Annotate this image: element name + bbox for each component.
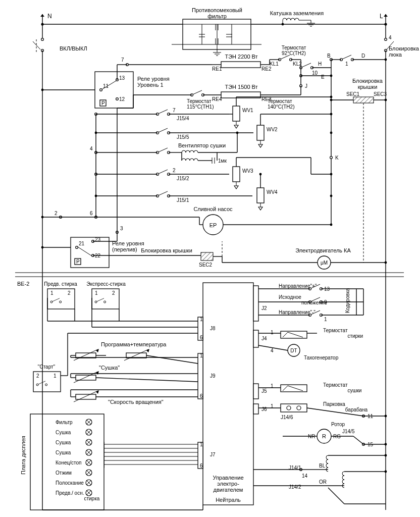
svg-text:Нейтраль: Нейтраль (216, 497, 241, 503)
svg-text:6: 6 (90, 211, 93, 216)
be2-label: BE-2 (17, 281, 29, 287)
emi-filter-label: Противопомеховыйфильтр (192, 7, 242, 19)
svg-text:J4: J4 (261, 336, 267, 341)
svg-rect-300 (281, 404, 307, 412)
svg-text:4: 4 (271, 348, 274, 353)
svg-text:J5: J5 (261, 388, 267, 394)
lidlock2-label: Блокировка крышки (141, 247, 192, 253)
svg-text:1: 1 (345, 61, 348, 67)
svg-rect-279 (253, 330, 258, 347)
svg-text:7: 7 (173, 108, 176, 113)
svg-text:4: 4 (389, 35, 392, 40)
svg-text:1: 1 (50, 290, 54, 296)
therm92-label: Термостат92°C(TH2) (282, 45, 306, 56)
svg-text:Тахогенератор: Тахогенератор (304, 355, 339, 360)
svg-point-322 (385, 443, 387, 446)
svg-text:4: 4 (90, 146, 93, 151)
svg-text:1: 1 (95, 290, 98, 296)
svg-text:WV2: WV2 (267, 127, 278, 132)
svg-text:"Скорость вращения": "Скорость вращения" (108, 399, 164, 405)
svg-text:J14/6: J14/6 (281, 415, 293, 420)
svg-point-159 (41, 216, 44, 219)
svg-text:2: 2 (173, 168, 176, 173)
lidlock-label: Блокировкакрышки (352, 78, 383, 90)
svg-point-92 (41, 89, 44, 91)
svg-rect-294 (281, 385, 307, 392)
svg-text:J15/2: J15/2 (177, 176, 189, 181)
svg-text:Термостатсушки: Термостатсушки (323, 382, 361, 393)
svg-text:Направление"-": Направление"-" (279, 309, 316, 315)
svg-text:SEC1: SEC1 (346, 91, 360, 97)
label-l: L (380, 13, 383, 20)
separator-contacts (15, 273, 404, 277)
svg-text:P: P (76, 259, 80, 265)
svg-text:1: 1 (54, 373, 57, 379)
svg-rect-282 (281, 331, 307, 338)
lvlrelay2-label: Реле уровня(перелив) (112, 240, 144, 252)
svg-point-57 (330, 195, 333, 197)
svg-line-237 (96, 378, 198, 382)
svg-text:1: 1 (271, 330, 274, 335)
svg-line-338 (328, 488, 344, 504)
svg-text:Конец/стоп: Конец/стоп (56, 460, 81, 466)
svg-point-165 (76, 246, 78, 249)
svg-text:SEC3: SEC3 (374, 91, 387, 97)
svg-text:OR: OR (319, 479, 327, 485)
svg-text:3: 3 (120, 226, 123, 231)
svg-text:RE4: RE4 (212, 96, 222, 102)
svg-text:H: H (318, 61, 322, 67)
svg-text:2: 2 (55, 211, 58, 216)
svg-line-233 (146, 355, 198, 364)
svg-text:14: 14 (302, 473, 308, 479)
svg-text:BL: BL (319, 463, 326, 469)
svg-text:1: 1 (200, 442, 203, 447)
svg-text:J9: J9 (210, 373, 216, 379)
svg-text:J15/5: J15/5 (177, 134, 189, 140)
svg-point-331 (385, 454, 387, 457)
svg-text:P: P (101, 100, 105, 106)
svg-text:E: E (321, 74, 325, 80)
therm140-label: Термостат140°C(TH2) (268, 98, 294, 110)
svg-text:Полоскание: Полоскание (56, 480, 84, 486)
svg-text:RE2: RE2 (261, 66, 272, 72)
svg-text:2: 2 (68, 290, 71, 296)
svg-text:6: 6 (200, 463, 203, 469)
lvlrelay1-label: Реле уровняУровень 1 (137, 76, 170, 88)
svg-text:2: 2 (36, 373, 39, 379)
svg-text:KL2: KL2 (293, 61, 302, 67)
svg-text:12: 12 (119, 96, 125, 102)
svg-rect-263 (253, 286, 258, 321)
svg-text:1: 1 (324, 317, 327, 322)
motor-ctrl-label: Управлениеэлектро-двигателем (213, 475, 243, 493)
svg-text:Ротор: Ротор (331, 422, 345, 427)
svg-rect-297 (253, 404, 258, 414)
svg-text:B: B (327, 53, 331, 59)
svg-text:J8: J8 (210, 326, 216, 331)
svg-text:Парковкабарабана: Парковкабарабана (323, 401, 368, 412)
svg-text:Плата дисплея: Плата дисплея (20, 436, 26, 475)
pump-label: Сливной насос (193, 206, 233, 212)
svg-rect-225 (198, 353, 203, 399)
svg-point-302 (297, 406, 301, 410)
svg-text:1: 1 (200, 317, 203, 322)
svg-text:J2: J2 (261, 305, 267, 311)
svg-text:μM: μM (321, 260, 328, 266)
controller (203, 283, 253, 505)
svg-point-193 (330, 99, 333, 101)
svg-text:DT: DT (290, 348, 297, 353)
svg-point-86 (116, 98, 119, 100)
svg-text:EP: EP (209, 222, 217, 228)
svg-text:J7: J7 (210, 452, 216, 457)
svg-text:J14/2: J14/2 (289, 484, 301, 490)
svg-text:6: 6 (200, 393, 203, 399)
svg-text:Кодировка: Кодировка (345, 288, 350, 313)
svg-text:Экспресс-стирка: Экспресс-стирка (86, 281, 126, 287)
svg-point-36 (41, 38, 44, 41)
svg-text:J6: J6 (261, 406, 267, 412)
svg-point-21 (41, 23, 43, 25)
svg-text:Исходноеположение: Исходноеположение (279, 294, 327, 305)
svg-text:R: R (322, 433, 326, 439)
svg-text:Сушка: Сушка (56, 450, 71, 455)
svg-point-129 (236, 132, 239, 134)
onoff-label: ВКЛ/ВЫКЛ (60, 45, 87, 51)
